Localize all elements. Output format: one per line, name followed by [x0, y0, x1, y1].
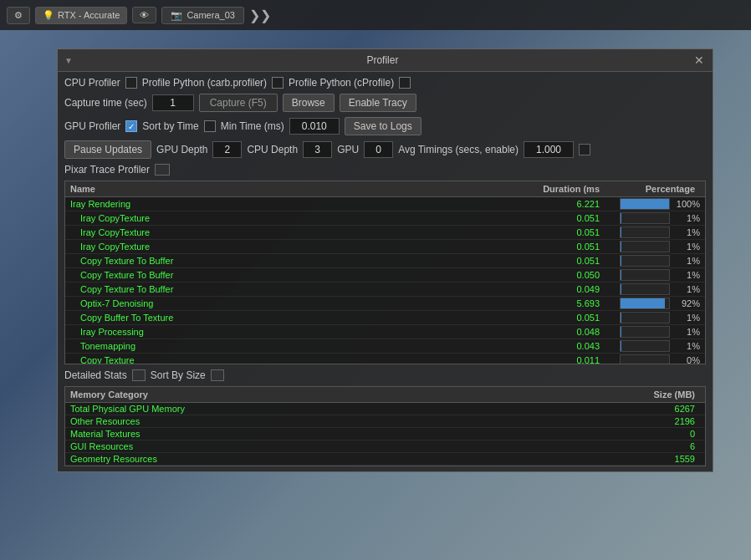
gpu-profiler-checkbox[interactable] [125, 120, 137, 132]
detailed-stats-checkbox[interactable] [132, 369, 146, 381]
sort-by-size-checkbox[interactable] [211, 369, 224, 381]
mem-row: Material Textures0 [65, 428, 705, 440]
table-row: Copy Texture To Buffer0.0511% [65, 254, 705, 268]
table-row: Copy Texture To Buffer0.0491% [65, 283, 705, 297]
row-name: Iray CopyTexture [70, 242, 508, 252]
mem-row-name: Other Resources [70, 416, 600, 426]
capture-time-label: Capture time (sec) [64, 97, 147, 109]
pct-text: 1% [673, 327, 700, 337]
gpu-profiler-row: GPU Profiler Sort by Time Min Time (ms) … [64, 117, 706, 135]
row-percentage: 1% [608, 283, 700, 295]
sort-by-time-checkbox[interactable] [204, 120, 216, 132]
profiler-window: ▼ Profiler ✕ CPU Profiler Profile Python… [57, 48, 713, 472]
row-duration: 5.693 [508, 298, 608, 308]
pct-text: 0% [673, 355, 700, 364]
row-percentage: 100% [608, 198, 700, 210]
pct-bar [621, 242, 621, 252]
pixar-trace-label: Pixar Trace Profiler [64, 164, 150, 176]
row-duration: 0.051 [508, 313, 608, 323]
avg-timings-label: Avg Timings (secs, enable) [398, 144, 519, 155]
browse-button[interactable]: Browse [283, 94, 335, 112]
row-duration: 0.051 [508, 213, 608, 223]
capture-button[interactable]: Capture (F5) [199, 94, 278, 112]
capture-time-row: Capture time (sec) Capture (F5) Browse E… [64, 94, 706, 112]
rtx-button[interactable]: 💡 RTX - Accurate [35, 7, 127, 24]
pixar-trace-checkbox[interactable] [155, 164, 170, 176]
gpu-label: GPU [337, 144, 359, 155]
settings-button[interactable]: ⚙ [7, 7, 30, 24]
pct-text: 1% [673, 284, 700, 294]
table-row: Tonemapping0.0431% [65, 339, 705, 354]
cpu-profiler-checkbox[interactable] [125, 77, 137, 89]
row-percentage: 1% [608, 227, 700, 238]
save-to-logs-button[interactable]: Save to Logs [345, 117, 421, 135]
col-pct-header: Percentage [608, 184, 700, 194]
cpu-depth-label: CPU Depth [247, 144, 298, 155]
table-row: Iray Rendering6.221100% [65, 197, 705, 211]
row-name: Iray Processing [70, 327, 508, 337]
table-row: Iray CopyTexture0.0511% [65, 226, 705, 240]
row-duration: 0.048 [508, 327, 608, 337]
col-name-header: Name [70, 184, 508, 194]
row-name: Copy Texture To Buffer [70, 256, 508, 266]
rtx-icon: 💡 [43, 10, 54, 21]
camera-icon: 📷 [171, 10, 182, 21]
depth-row: Pause Updates GPU Depth CPU Depth GPU Av… [64, 140, 706, 159]
table-row: Iray Processing0.0481% [65, 325, 705, 339]
row-duration: 0.050 [508, 270, 608, 280]
profile-python-cprofile-label: Profile Python (cProfile) [289, 77, 394, 89]
row-name: Iray Rendering [70, 199, 508, 209]
pause-updates-button[interactable]: Pause Updates [64, 140, 151, 159]
profile-python-cprofile-checkbox[interactable] [399, 77, 411, 89]
table-row: Iray CopyTexture0.0511% [65, 240, 705, 254]
row-duration: 0.051 [508, 227, 608, 237]
mem-row-name: Total Physical GPU Memory [70, 404, 600, 414]
row-percentage: 1% [608, 312, 700, 323]
pct-bar [621, 313, 621, 323]
eye-button[interactable]: 👁 [132, 7, 156, 23]
avg-timings-input[interactable] [524, 141, 574, 158]
mem-row-size: 1559 [600, 454, 700, 464]
row-name: Optix-7 Denoising [70, 298, 508, 308]
camera-selector[interactable]: 📷 Camera_03 [161, 7, 243, 24]
cpu-depth-input[interactable] [303, 141, 332, 158]
enable-tracy-button[interactable]: Enable Tracy [340, 94, 416, 112]
profiler-close-button[interactable]: ✕ [692, 53, 706, 67]
pct-text: 1% [673, 270, 700, 280]
settings-icon: ⚙ [14, 10, 23, 21]
mem-row-name: Geometry Resources [70, 454, 600, 464]
row-percentage: 92% [608, 298, 700, 309]
table-row: Copy Buffer To Texture0.0511% [65, 311, 705, 325]
pct-bar [621, 341, 621, 351]
pct-bar [621, 213, 621, 223]
toolbar-expand[interactable]: ❯❯ [249, 8, 271, 23]
gpu-profiler-label: GPU Profiler [64, 120, 120, 132]
pct-bar-wrap [620, 269, 670, 281]
row-duration: 0.011 [508, 355, 608, 364]
pct-bar-wrap [620, 227, 670, 238]
table-header: Name Duration (ms Percentage [65, 181, 705, 197]
sort-by-time-label: Sort by Time [142, 120, 198, 132]
mem-row: Other Resources2196 [65, 415, 705, 428]
pct-bar-wrap [620, 298, 670, 309]
gpu-depth-label: GPU Depth [156, 144, 207, 155]
avg-timings-checkbox[interactable] [579, 144, 590, 155]
gpu-input[interactable] [364, 141, 393, 158]
profile-python-carb-label: Profile Python (carb.profiler) [142, 77, 267, 89]
min-time-input[interactable] [289, 118, 340, 135]
capture-time-input[interactable] [152, 94, 194, 111]
mem-col-size-header: Size (MB) [600, 389, 700, 400]
pct-bar [621, 227, 621, 237]
mem-row-name: Material Textures [70, 429, 600, 439]
cpu-profiler-row: CPU Profiler Profile Python (carb.profil… [64, 77, 706, 89]
pct-text: 1% [673, 213, 700, 223]
table-body: Iray Rendering6.221100%Iray CopyTexture0… [65, 197, 705, 364]
mem-body: Total Physical GPU Memory6267Other Resou… [65, 403, 705, 466]
profile-python-carb-checkbox[interactable] [272, 77, 284, 89]
row-duration: 0.049 [508, 284, 608, 294]
table-row: Copy Texture0.0110% [65, 354, 705, 364]
memory-table: Memory Category Size (MB) Total Physical… [64, 386, 706, 466]
eye-icon: 👁 [140, 10, 149, 20]
gpu-depth-input[interactable] [212, 141, 242, 158]
pct-bar-wrap [620, 283, 670, 295]
